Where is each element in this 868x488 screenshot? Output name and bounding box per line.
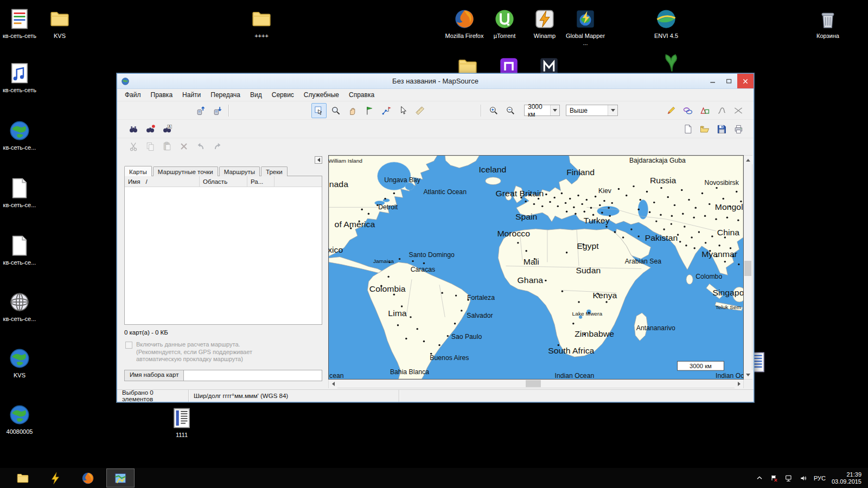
tab-Маршрутные точки[interactable]: Маршрутные точки	[153, 166, 218, 176]
scroll-right-button[interactable]	[735, 380, 743, 388]
cut-button[interactable]	[126, 139, 141, 154]
map-label: Lima	[388, 309, 407, 318]
menu-Найти[interactable]: Найти	[177, 89, 206, 100]
zoom-out-button[interactable]	[503, 103, 518, 118]
pan-tool-button[interactable]	[345, 103, 360, 118]
open-file-button[interactable]	[697, 121, 712, 137]
world-map[interactable]: William IslandBajdarackaja GubaIcelandFi…	[329, 156, 743, 379]
desktop-icon-ENVI 4.5[interactable]: ENVI 4.5	[646, 7, 687, 40]
desktop-icon-++++[interactable]: ++++	[241, 7, 282, 40]
dropdown-arrow-icon[interactable]	[608, 105, 617, 115]
selection-arrow-tool-button[interactable]	[395, 103, 411, 118]
utorrent-icon	[493, 8, 516, 30]
detail-level-dropdown[interactable]: Выше	[566, 105, 618, 116]
waypoint-tool-button[interactable]	[362, 103, 377, 118]
desktop-icon-green-plant[interactable]	[651, 50, 692, 76]
print-button[interactable]	[731, 121, 746, 137]
taskbar-clock[interactable]: 21:39 03.09.2015	[832, 471, 861, 485]
taskbar-button-winamp[interactable]	[41, 468, 69, 487]
map-s-curve-button[interactable]	[714, 103, 729, 118]
scroll-left-button[interactable]	[329, 380, 337, 388]
dropdown-arrow-icon[interactable]	[550, 105, 559, 115]
window-titlebar[interactable]: Без названия - MapSource	[117, 74, 754, 89]
column-header-region[interactable]: Область	[200, 176, 247, 187]
taskbar-button-explorer[interactable]	[9, 468, 37, 487]
desktop-icon-1111[interactable]: 1111	[161, 406, 202, 439]
find-nearest-button[interactable]	[143, 121, 158, 137]
menu-Файл[interactable]: Файл	[120, 89, 146, 100]
zoom-tool-button[interactable]	[328, 103, 343, 118]
tray-network-icon[interactable]	[784, 474, 793, 483]
save-file-button[interactable]	[714, 121, 729, 137]
map-scale-dropdown[interactable]: 3000 км	[524, 105, 560, 116]
menu-Справка[interactable]: Справка	[344, 89, 379, 100]
horizontal-scroll-thumb[interactable]	[526, 380, 541, 387]
zoom-in-button[interactable]	[486, 103, 501, 118]
delete-button[interactable]	[176, 139, 192, 154]
route-tool-button[interactable]	[379, 103, 394, 118]
redo-button[interactable]	[210, 139, 225, 154]
scroll-down-button[interactable]	[744, 370, 752, 379]
map-label: Singapo	[712, 288, 743, 297]
tab-Маршруты[interactable]: Маршруты	[219, 166, 260, 176]
map-poly-button[interactable]	[697, 103, 712, 118]
find-address-button[interactable]: A	[159, 121, 175, 137]
folder-icon	[16, 471, 30, 485]
desktop-icon-кв-сеть-се...[interactable]: кв-сеть-се...	[0, 290, 40, 323]
desktop-icon-KVS[interactable]: KVS	[39, 7, 80, 40]
map-pen-button[interactable]	[663, 103, 679, 118]
map-viewport[interactable]: William IslandBajdarackaja GubaIcelandFi…	[328, 155, 744, 380]
vertical-scroll-thumb[interactable]	[744, 261, 751, 276]
new-document-button[interactable]	[680, 121, 695, 137]
map-horizontal-scrollbar[interactable]	[328, 380, 744, 388]
column-header-size[interactable]: Ра...	[247, 176, 275, 187]
menu-Правка[interactable]: Правка	[146, 89, 178, 100]
map-vertical-scrollbar[interactable]	[744, 155, 752, 380]
route-data-checkbox[interactable]	[125, 342, 132, 349]
tray-up-icon[interactable]	[755, 474, 764, 483]
desktop-icon-KVS[interactable]: KVS	[0, 346, 40, 379]
tab-Карты[interactable]: Карты	[124, 166, 152, 176]
menu-Служебные[interactable]: Служебные	[299, 89, 344, 100]
desktop-icon-Корзина[interactable]: Корзина	[807, 7, 848, 40]
tray-flag-icon[interactable]	[770, 474, 778, 483]
language-indicator[interactable]: РУС	[814, 475, 826, 481]
map-set-name-input[interactable]	[184, 370, 322, 381]
desktop-icon-кв-сеть-сеть[interactable]: кв-сеть-сеть	[0, 61, 40, 94]
desktop-icon-Global Mapper ...[interactable]: Global Mapper ...	[565, 7, 606, 47]
paste-button[interactable]	[159, 139, 175, 154]
find-button[interactable]	[126, 121, 141, 137]
map-crossed-button[interactable]	[731, 103, 746, 118]
scroll-up-button[interactable]	[744, 156, 752, 164]
desktop-icon-кв-сеть-се...[interactable]: кв-сеть-се...	[0, 118, 40, 151]
desktop-icon-µTorrent[interactable]: µTorrent	[484, 7, 525, 40]
tab-Треки[interactable]: Треки	[261, 166, 288, 176]
route-data-option: Включить данные расчета маршрута. (Реком…	[124, 341, 322, 363]
menu-Сервис[interactable]: Сервис	[267, 89, 299, 100]
column-header-name[interactable]: Имя /	[125, 176, 200, 187]
maps-table-body[interactable]	[125, 187, 322, 324]
select-map-tool-button[interactable]	[311, 103, 327, 118]
menu-Передача[interactable]: Передача	[206, 89, 245, 100]
desktop-icon-Winamp[interactable]: Winamp	[524, 7, 565, 40]
map-set-name-button[interactable]: Имя набора карт	[124, 370, 184, 381]
measure-tool-button[interactable]	[412, 103, 427, 118]
close-button[interactable]	[737, 74, 754, 88]
undo-button[interactable]	[193, 139, 208, 154]
taskbar-button-firefox[interactable]	[74, 468, 102, 487]
desktop-icon-кв-сеть-се...[interactable]: кв-сеть-се...	[0, 176, 40, 209]
send-to-device-button[interactable]	[193, 103, 208, 118]
desktop-icon-кв-сеть-сеть[interactable]: кв-сеть-сеть	[0, 7, 40, 40]
receive-from-device-button[interactable]	[210, 103, 225, 118]
copy-button[interactable]	[143, 139, 158, 154]
menu-Вид[interactable]: Вид	[245, 89, 267, 100]
taskbar-button-mapsource[interactable]	[106, 468, 135, 487]
map-ovals-button[interactable]	[680, 103, 695, 118]
desktop-icon-Mozilla Firefox[interactable]: Mozilla Firefox	[444, 7, 485, 40]
desktop-icon-40080005[interactable]: 40080005	[0, 402, 40, 435]
desktop-icon-кв-сеть-се...[interactable]: кв-сеть-се...	[0, 233, 40, 266]
maximize-button[interactable]	[721, 74, 737, 88]
tray-volume-icon[interactable]	[799, 474, 808, 483]
minimize-button[interactable]	[705, 74, 721, 88]
collapse-panel-button[interactable]	[315, 156, 322, 164]
